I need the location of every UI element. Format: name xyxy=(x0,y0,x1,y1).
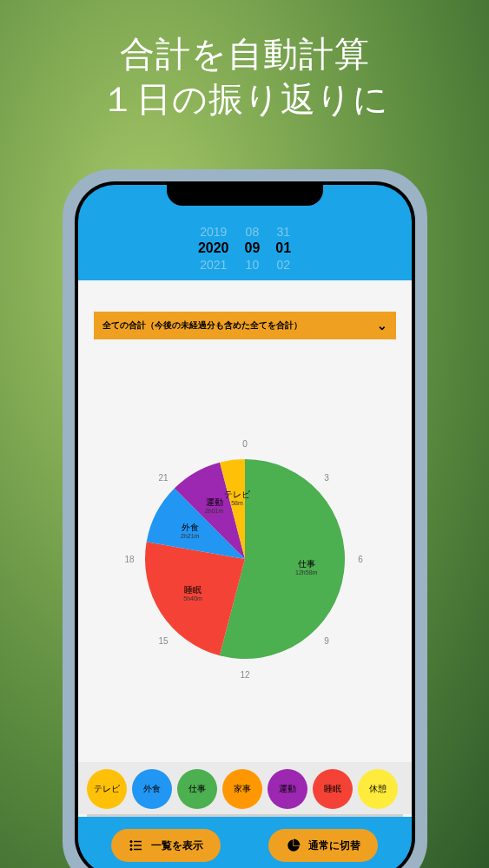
main-panel: 全ての合計（今後の未経過分も含めた全てを合計） ⌄ 仕事12h58m睡眠5h40… xyxy=(78,280,412,817)
slice-label: テレビ xyxy=(223,490,250,499)
clock-label: 15 xyxy=(158,636,169,646)
day-prev: 31 xyxy=(276,225,290,239)
category-row[interactable]: テレビ外食仕事家事運動睡眠休憩 xyxy=(78,762,412,814)
toggle-button-label: 通常に切替 xyxy=(308,838,360,853)
phone-notch xyxy=(167,181,323,206)
clock-label: 0 xyxy=(242,439,248,449)
slice-sublabel: 2h01m xyxy=(204,508,223,514)
clock-label: 21 xyxy=(158,472,169,482)
slice-sublabel: 2h21m xyxy=(181,533,200,539)
pie-icon xyxy=(286,838,301,853)
clock-label: 3 xyxy=(324,472,329,482)
slice-label: 仕事 xyxy=(297,559,314,569)
date-picker[interactable]: 2019 2020 2021 08 09 10 31 01 02 xyxy=(78,220,412,280)
slice-label: 外食 xyxy=(181,523,198,532)
category-pill[interactable]: 家事 xyxy=(222,769,262,809)
clock-label: 18 xyxy=(124,555,135,564)
clock-label: 12 xyxy=(240,670,250,680)
phone-frame: 2019 2020 2021 08 09 10 31 01 02 全ての合計（今 xyxy=(63,169,427,868)
day-next: 02 xyxy=(276,258,290,272)
slice-sublabel: 12h58m xyxy=(295,569,317,575)
promo-line1: 合計を自動計算 xyxy=(0,31,489,76)
clock-label: 9 xyxy=(324,636,329,646)
category-pill[interactable]: 外食 xyxy=(132,769,172,809)
month-next: 10 xyxy=(246,258,260,272)
slice-label: 睡眠 xyxy=(184,584,202,594)
promo-line2: １日の振り返りに xyxy=(0,76,489,122)
month-prev: 08 xyxy=(246,225,260,239)
category-pill[interactable]: 運動 xyxy=(268,769,307,809)
toggle-button[interactable]: 通常に切替 xyxy=(268,829,378,862)
year-current: 2020 xyxy=(198,240,229,256)
list-icon xyxy=(129,838,144,853)
svg-rect-5 xyxy=(134,849,142,851)
day-column[interactable]: 31 01 02 xyxy=(275,225,291,272)
category-pill[interactable]: 休憩 xyxy=(358,769,398,809)
bottom-toolbar: 一覧を表示 通常に切替 xyxy=(78,817,412,868)
svg-rect-1 xyxy=(134,841,142,843)
chevron-down-icon: ⌄ xyxy=(377,319,387,332)
slice-label: 運動 xyxy=(205,497,222,507)
svg-rect-3 xyxy=(134,845,142,846)
svg-point-0 xyxy=(130,840,133,843)
aggregate-dropdown[interactable]: 全ての合計（今後の未経過分も含めた全てを合計） ⌄ xyxy=(94,312,396,339)
category-pill[interactable]: 仕事 xyxy=(177,769,217,809)
category-pill[interactable]: 睡眠 xyxy=(313,769,353,809)
slice-sublabel: 5h40m xyxy=(183,595,202,601)
slice-sublabel: 58m xyxy=(231,500,243,506)
year-next: 2021 xyxy=(200,258,227,272)
pie-chart-area: 仕事12h58m睡眠5h40m外食2h21m運動2h01mテレビ58m03691… xyxy=(78,346,412,762)
pie-chart: 仕事12h58m睡眠5h40m外食2h21m運動2h01mテレビ58m03691… xyxy=(110,420,380,689)
day-current: 01 xyxy=(275,240,291,256)
dropdown-label: 全ての合計（今後の未経過分も含めた全てを合計） xyxy=(102,319,302,332)
list-button-label: 一覧を表示 xyxy=(151,838,203,853)
clock-label: 6 xyxy=(358,555,363,564)
svg-point-4 xyxy=(130,848,133,851)
month-current: 09 xyxy=(245,240,261,256)
svg-point-2 xyxy=(130,845,133,847)
month-column[interactable]: 08 09 10 xyxy=(245,225,261,272)
list-button[interactable]: 一覧を表示 xyxy=(111,829,221,862)
year-prev: 2019 xyxy=(200,225,227,239)
app-screen: 2019 2020 2021 08 09 10 31 01 02 全ての合計（今 xyxy=(78,185,412,868)
year-column[interactable]: 2019 2020 2021 xyxy=(198,225,229,272)
category-pill[interactable]: テレビ xyxy=(87,769,127,809)
promo-heading: 合計を自動計算 １日の振り返りに xyxy=(0,0,489,122)
